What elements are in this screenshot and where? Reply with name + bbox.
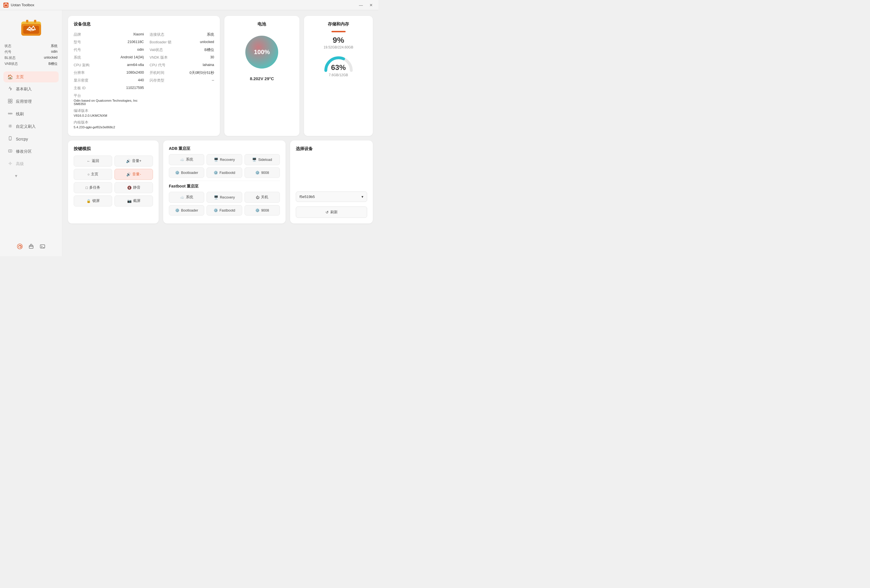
val-kernel: 5.4.233-qgki-gef02e3e868c2 [74,125,144,129]
top-row: 设备信息 品牌 Xiaomi 型号 2106118C 代号 [68,16,373,136]
label-model: 型号 [74,40,81,45]
key-screenshot-label: 截屏 [133,198,140,203]
adb-bootloader-btn[interactable]: ⚙️ Bootloader [169,167,204,178]
battery-info: 8.202V 29°C [250,76,274,81]
key-mute-label: 静音 [133,185,140,190]
adb-9008-btn[interactable]: ⚙️ 9008 [244,167,280,178]
info-row-vndk: VNDK 版本 30 [144,54,214,61]
box-icon[interactable] [27,243,35,250]
sidebar-item-apps[interactable]: 应用管理 [3,96,59,107]
close-button[interactable]: ✕ [367,2,375,8]
adb-fastbootd-icon: ⚙️ [214,171,218,175]
key-grid: ← 返回 🔊 音量+ ○ 主页 🔊 音量- [74,155,153,207]
key-lock-label: 锁屏 [92,198,100,203]
info-row-uptime: 开机时间 0天0时0分51秒 [144,69,214,77]
val-bl: unlocked [200,40,214,45]
sidebar-logo: </> [20,16,43,39]
sidebar-item-flash[interactable]: 基本刷入 [3,83,59,95]
fastboot-system-btn[interactable]: ☁️ 系统 [169,192,204,203]
fastboot-shutdown-label: 关机 [261,195,268,200]
minimize-button[interactable]: — [357,2,365,8]
adb-divider [169,181,280,181]
sidebar-item-apps-label: 应用管理 [16,99,32,104]
adb-sideload-btn[interactable]: 🖥️ Sideload [244,154,280,165]
sidebar-item-home[interactable]: 🏠 主页 [3,71,59,82]
key-screenshot[interactable]: 📷 截屏 [115,195,153,207]
label-platform: 平台 [74,94,144,98]
fastboot-9008-icon: ⚙️ [255,208,260,213]
battery-circle: 100% [243,34,280,70]
device-info-card: 设备信息 品牌 Xiaomi 型号 2106118C 代号 [68,16,220,136]
info-row-bl: Bootloader 锁 unlocked [144,39,214,46]
val-brand: Xiaomi [133,32,144,37]
storage-card: 存储和内存 9% 19.52GB/224.60GB [304,16,373,136]
svg-text:</>: </> [28,27,34,32]
info-col-right: 连接状态 系统 Bootloader 锁 unlocked Vab状态 B槽位 [144,31,214,130]
battery-card: 电池 100% 8.202V 29°C [224,16,299,136]
sidebar-item-scrcpy[interactable]: Scrcpy [3,133,59,145]
adb-system-btn[interactable]: ☁️ 系统 [169,154,204,165]
label-kernel: 内核版本 [74,120,144,125]
storage-top-indicator [331,31,346,32]
device-dropdown[interactable]: f5e519b5 ▾ [296,192,367,202]
sidebar-item-partition[interactable]: 修改分区 [3,146,59,157]
key-vol-up[interactable]: 🔊 音量+ [115,155,153,167]
sidebar-item-partition-label: 修改分区 [16,149,32,154]
status-val-state: 系统 [51,44,58,48]
val-uptime: 0天0时0分51秒 [189,70,214,75]
key-vol-down[interactable]: 🔊 音量- [115,169,153,180]
info-row-resolution: 分辨率 1080x2400 [74,69,144,77]
label-cpu-arch: CPU 架构 [74,63,89,68]
adb-title: ADB 重启至 [169,146,280,151]
key-recents[interactable]: □ 多任务 [74,182,112,193]
val-cpu-code: lahaina [203,63,214,68]
screenshot-icon: 📷 [127,199,132,203]
svg-point-11 [8,113,9,114]
status-row-vab: VAB状态 B槽位 [4,61,58,67]
key-home[interactable]: ○ 主页 [74,169,112,180]
val-resolution: 1080x2400 [127,70,144,75]
status-val-vab: B槽位 [48,61,58,66]
key-back[interactable]: ← 返回 [74,155,112,167]
fastboot-row-2: ⚙️ Bootloader ⚙️ Fastbootd ⚙️ 9008 [169,205,280,216]
fastboot-title: Fastboot 重启至 [169,184,280,189]
key-mute[interactable]: 🔇 静音 [115,182,153,193]
wire-icon [7,111,13,117]
adb-recovery-label: Recovery [220,158,235,162]
val-os: Android 14(34) [121,55,144,60]
adb-fastbootd-btn[interactable]: ⚙️ Fastbootd [207,167,242,178]
adb-reboot-card: ADB 重启至 ☁️ 系统 🖥️ Recovery 🖥️ Sideload [163,140,286,223]
refresh-button[interactable]: ↺ 刷新 [296,207,367,218]
sidebar-item-advanced[interactable]: 高级 [3,158,59,170]
lock-icon: 🔒 [86,199,91,203]
sidebar-item-wire-label: 线刷 [16,112,24,117]
fastboot-recovery-icon: 🖥️ [214,195,218,199]
status-label-state: 状态 [4,44,11,48]
status-val-bl: unlocked [44,55,58,60]
status-row-state: 状态 系统 [4,43,58,49]
fastboot-recovery-btn[interactable]: 🖥️ Recovery [207,192,242,203]
svg-rect-4 [26,20,28,23]
github-icon[interactable] [16,243,24,250]
adb-row-2: ⚙️ Bootloader ⚙️ Fastbootd ⚙️ 9008 [169,167,280,178]
key-sim-title: 按键模拟 [74,146,153,152]
vol-up-icon: 🔊 [126,159,131,163]
storage-pct: 9% [332,36,344,45]
fastboot-9008-btn[interactable]: ⚙️ 9008 [244,205,280,216]
terminal-icon[interactable] [39,243,46,250]
sidebar-item-scrcpy-label: Scrcpy [16,137,28,141]
scrcpy-icon [7,136,13,142]
vol-down-icon: 🔊 [127,172,131,176]
val-conn: 系统 [207,32,214,37]
fastboot-fastbootd-btn[interactable]: ⚙️ Fastbootd [207,205,242,216]
key-lock[interactable]: 🔒 锁屏 [74,195,112,207]
fastboot-bootloader-btn[interactable]: ⚙️ Bootloader [169,205,204,216]
fastboot-9008-label: 9008 [261,208,269,213]
sidebar-more[interactable]: ▼ [3,171,59,181]
fastboot-bootloader-icon: ⚙️ [175,208,180,213]
adb-recovery-btn[interactable]: 🖥️ Recovery [207,154,242,165]
fastboot-fastbootd-label: Fastbootd [219,208,235,213]
sidebar-item-wire[interactable]: 线刷 [3,109,59,120]
sidebar-item-custom[interactable]: 自定义刷入 [3,121,59,132]
fastboot-shutdown-btn[interactable]: ⏻ 关机 [244,192,280,203]
